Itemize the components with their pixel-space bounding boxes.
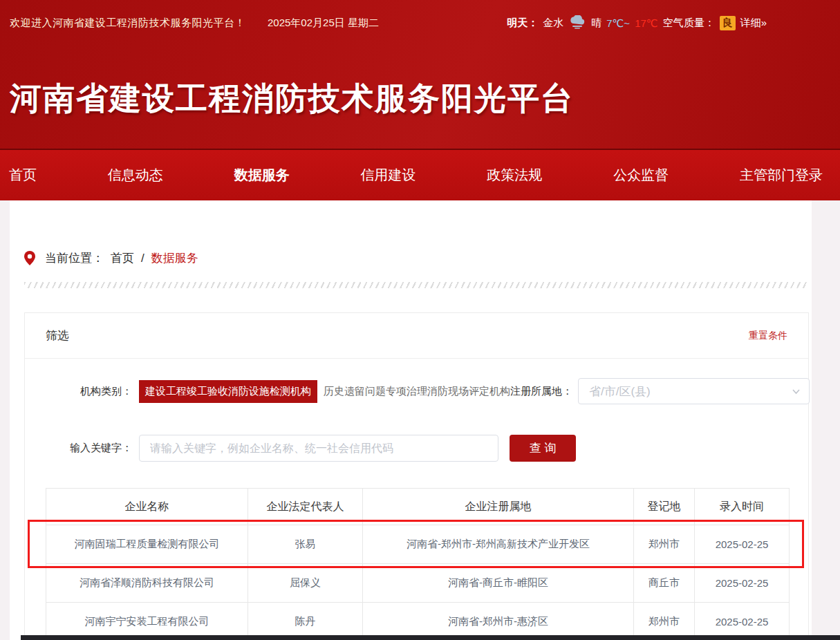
filter-card: 筛选 重置条件 机构类别： 建设工程竣工验收消防设施检测机构 历史遗留问题专项治…: [24, 312, 809, 640]
col-header-reg-address: 企业注册属地: [363, 489, 634, 525]
table-row[interactable]: 河南固瑞工程质量检测有限公司 张易 河南省-郑州市-郑州高新技术产业开发区 郑州…: [46, 525, 790, 564]
temp-low: 7℃~: [606, 17, 630, 30]
region-select[interactable]: 省/市/区(县): [578, 378, 810, 404]
category-filter-row: 机构类别： 建设工程竣工验收消防设施检测机构 历史遗留问题专项治理消防现场评定机…: [25, 378, 808, 404]
welcome-text: 欢迎进入河南省建设工程消防技术服务阳光平台！: [10, 17, 245, 30]
table-header-row: 企业名称 企业法定代表人 企业注册属地 登记地 录入时间: [46, 489, 790, 525]
search-button[interactable]: 查 询: [510, 435, 576, 462]
hatch-divider: [24, 282, 808, 288]
breadcrumb: 当前位置： 首页 / 数据服务: [24, 250, 198, 266]
weather-widget: 明天： 金水 晴 7℃~ 17℃ 空气质量： 良 详细»: [507, 15, 767, 31]
cell-reg-address: 河南省-郑州市-惠济区: [363, 603, 634, 640]
weather-condition: 晴: [591, 17, 601, 30]
weather-cloud-icon: [568, 15, 586, 31]
cell-entry-date: 2025-02-25: [695, 525, 790, 564]
cell-reg-address: 河南省-商丘市-睢阳区: [363, 564, 634, 603]
cell-reg-place: 郑州市: [634, 525, 695, 564]
breadcrumb-separator: /: [141, 252, 144, 265]
col-header-reg-place: 登记地: [634, 489, 695, 525]
col-header-company: 企业名称: [46, 489, 248, 525]
col-header-legal-rep: 企业法定代表人: [248, 489, 363, 525]
keyword-filter-row: 输入关键字： 查 询: [25, 435, 808, 462]
nav-item-home[interactable]: 首页: [9, 166, 37, 185]
cell-legal-rep: 屈保义: [248, 564, 363, 603]
cell-legal-rep: 张易: [248, 525, 363, 564]
masthead: 欢迎进入河南省建设工程消防技术服务阳光平台！ 2025年02月25日 星期二 明…: [0, 0, 840, 149]
air-quality-label: 空气质量：: [663, 17, 715, 30]
nav-item-supervision[interactable]: 公众监督: [613, 166, 669, 185]
breadcrumb-label: 当前位置：: [45, 250, 104, 266]
keyword-input[interactable]: [139, 435, 498, 462]
nav-item-news[interactable]: 信息动态: [108, 166, 163, 185]
main-nav: 首页 信息动态 数据服务 信用建设 政策法规 公众监督 主管部门登录: [0, 149, 840, 200]
nav-item-credit[interactable]: 信用建设: [360, 166, 416, 185]
region-group: 注册所属地： 省/市/区(县): [510, 378, 810, 404]
location-pin-icon: [24, 251, 35, 266]
cell-company-name: 河南宇宁安装工程有限公司: [46, 603, 248, 640]
breadcrumb-current: 数据服务: [151, 250, 198, 266]
cell-company-name: 河南固瑞工程质量检测有限公司: [46, 525, 248, 564]
results-table: 企业名称 企业法定代表人 企业注册属地 登记地 录入时间 河南固瑞工程质量检测有…: [46, 488, 790, 640]
filter-title: 筛选: [46, 328, 69, 343]
nav-item-policy[interactable]: 政策法规: [487, 166, 542, 185]
bottom-edge-strip: [21, 635, 840, 640]
chevron-down-icon: [792, 387, 801, 396]
temp-high: 17℃: [635, 17, 658, 30]
nav-item-admin-login[interactable]: 主管部门登录: [740, 166, 823, 185]
cell-legal-rep: 陈丹: [248, 603, 363, 640]
air-quality-badge: 良: [720, 16, 736, 30]
topbar: 欢迎进入河南省建设工程消防技术服务阳光平台！ 2025年02月25日 星期二 明…: [0, 0, 840, 31]
date-text: 2025年02月25日 星期二: [268, 17, 379, 30]
content-area: 当前位置： 首页 / 数据服务 筛选 重置条件 机构类别： 建设工程竣工验收消防…: [10, 200, 812, 640]
category-option-selected[interactable]: 建设工程竣工验收消防设施检测机构: [139, 380, 317, 403]
weather-district: 金水: [543, 17, 563, 30]
page-title: 河南省建设工程消防技术服务阳光平台: [10, 77, 574, 120]
cell-reg-place: 商丘市: [634, 564, 695, 603]
table-row[interactable]: 河南省泽顺消防科技有限公司 屈保义 河南省-商丘市-睢阳区 商丘市 2025-0…: [46, 564, 790, 603]
table-row[interactable]: 河南宇宁安装工程有限公司 陈丹 河南省-郑州市-惠济区 郑州市 2025-02-…: [46, 603, 790, 640]
region-select-placeholder: 省/市/区(县): [589, 384, 792, 399]
keyword-label: 输入关键字：: [46, 442, 132, 455]
cell-entry-date: 2025-02-25: [695, 603, 790, 640]
category-label: 机构类别：: [46, 385, 132, 398]
cell-reg-place: 郑州市: [634, 603, 695, 640]
region-label: 注册所属地：: [510, 385, 572, 398]
filter-card-header: 筛选 重置条件: [25, 313, 808, 359]
cell-entry-date: 2025-02-25: [695, 564, 790, 603]
cell-company-name: 河南省泽顺消防科技有限公司: [46, 564, 248, 603]
weather-tomorrow-label: 明天：: [507, 17, 538, 30]
nav-item-data-service[interactable]: 数据服务: [234, 166, 290, 185]
cell-reg-address: 河南省-郑州市-郑州高新技术产业开发区: [363, 525, 634, 564]
category-option-other[interactable]: 历史遗留问题专项治理消防现场评定机构: [324, 385, 510, 398]
breadcrumb-home[interactable]: 首页: [111, 250, 134, 266]
col-header-entry-date: 录入时间: [695, 489, 790, 525]
weather-detail-link[interactable]: 详细»: [740, 17, 767, 30]
reset-filters-link[interactable]: 重置条件: [749, 330, 787, 342]
